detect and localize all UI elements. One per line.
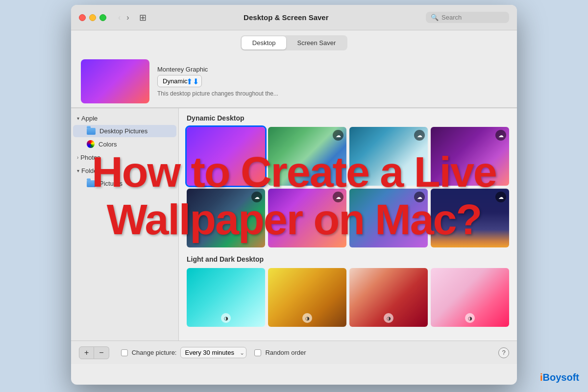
preview-description: This desktop picture changes throughout … xyxy=(157,90,507,97)
sidebar-group-photos-label: Photos xyxy=(80,154,100,161)
preview-label: Monterey Graphic xyxy=(157,66,507,73)
close-button[interactable] xyxy=(79,14,86,21)
sidebar-section-apple: ▾ Apple Desktop Pictures Colors xyxy=(71,112,178,150)
chevron-down-icon: ▾ xyxy=(77,116,79,121)
wallpaper-item-7[interactable]: ☁ xyxy=(349,189,428,247)
sidebar-item-desktop-pictures[interactable]: Desktop Pictures xyxy=(73,125,176,137)
tabs-row: Desktop Screen Saver xyxy=(71,30,517,54)
tab-screen-saver[interactable]: Screen Saver xyxy=(286,36,346,49)
cloud-download-icon-3: ☁ xyxy=(495,130,506,141)
random-order-label: Random order xyxy=(265,349,306,356)
light-dark-toggle-icon-4: ◑ xyxy=(465,313,475,323)
sidebar-group-apple[interactable]: ▾ Apple xyxy=(71,112,178,124)
wallpaper-item-1[interactable] xyxy=(187,127,265,186)
interval-wrapper: Every 30 minutes Every hour Every day ⌄ xyxy=(180,347,246,358)
sidebar-item-desktop-pictures-label: Desktop Pictures xyxy=(99,127,147,135)
wallpaper-item-2[interactable]: ☁ xyxy=(268,127,346,186)
minimize-button[interactable] xyxy=(89,14,96,21)
change-picture-checkbox[interactable] xyxy=(121,349,128,356)
cloud-download-icon: ☁ xyxy=(333,130,343,141)
remove-button[interactable]: − xyxy=(94,346,109,359)
sidebar: ▾ Apple Desktop Pictures Colors › Photos xyxy=(71,108,179,341)
search-input[interactable] xyxy=(441,14,505,21)
wallpaper-item-4[interactable]: ☁ xyxy=(431,127,509,186)
light-dark-toggle-icon-1: ◑ xyxy=(221,313,231,323)
change-picture-label: Change picture: xyxy=(132,349,177,356)
chevron-right-icon: › xyxy=(77,155,78,160)
light-dark-section-title: Light and Dark Desktop xyxy=(187,255,509,263)
wallpaper-item-ld4[interactable]: ◑ xyxy=(431,268,509,327)
sidebar-item-colors-label: Colors xyxy=(98,141,117,148)
mode-dropdown-wrapper: Dynamic Light Dark ⬆⬇ xyxy=(157,75,202,87)
back-button[interactable]: ‹ xyxy=(116,12,122,23)
sidebar-item-colors[interactable]: Colors xyxy=(73,138,176,150)
colors-icon xyxy=(87,140,95,148)
preview-controls: Monterey Graphic Dynamic Light Dark ⬆⬇ T… xyxy=(157,66,507,97)
cloud-download-icon-2: ☁ xyxy=(414,130,425,141)
random-order-row: Random order xyxy=(254,349,306,356)
maximize-button[interactable] xyxy=(99,14,106,21)
interval-dropdown[interactable]: Every 30 minutes Every hour Every day xyxy=(180,347,246,358)
folder-icon xyxy=(87,128,96,135)
light-dark-wallpaper-grid: ◑ ◑ ◑ ◑ xyxy=(187,268,509,327)
nav-arrows: ‹ › xyxy=(116,12,131,23)
light-dark-toggle-icon-3: ◑ xyxy=(384,313,393,323)
dynamic-section-title: Dynamic Desktop xyxy=(187,114,509,122)
mode-dropdown[interactable]: Dynamic Light Dark xyxy=(157,75,202,87)
sidebar-item-pictures[interactable]: Pictures xyxy=(73,177,176,190)
sidebar-group-folders[interactable]: ▾ Folders xyxy=(71,165,178,177)
light-dark-toggle-icon-2: ◑ xyxy=(302,313,312,323)
preview-section: Monterey Graphic Dynamic Light Dark ⬆⬇ T… xyxy=(71,54,517,108)
brand-suffix: Boysoft xyxy=(543,372,579,383)
wallpaper-section: Dynamic Desktop ☁ ☁ ☁ ☁ ☁ xyxy=(179,108,517,341)
random-order-checkbox[interactable] xyxy=(254,349,261,356)
sidebar-section-folders: ▾ Folders Pictures xyxy=(71,165,178,190)
search-bar: 🔍 xyxy=(426,12,509,23)
sidebar-item-pictures-label: Pictures xyxy=(99,180,122,187)
main-window: ‹ › ⊞ Desktop & Screen Saver 🔍 Desktop S… xyxy=(71,5,517,385)
change-picture-row: Change picture: Every 30 minutes Every h… xyxy=(121,347,247,358)
wallpaper-item-5[interactable]: ☁ xyxy=(187,189,265,247)
tab-desktop[interactable]: Desktop xyxy=(242,36,287,49)
chevron-down-icon-2: ▾ xyxy=(77,168,79,173)
help-button[interactable]: ? xyxy=(498,347,509,358)
search-icon: 🔍 xyxy=(431,14,439,21)
sidebar-group-apple-label: Apple xyxy=(81,115,98,122)
add-button[interactable]: + xyxy=(79,346,94,359)
main-body: ▾ Apple Desktop Pictures Colors › Photos xyxy=(71,108,517,341)
bottom-bar: + − Change picture: Every 30 minutes Eve… xyxy=(71,341,517,364)
cloud-download-icon-4: ☁ xyxy=(251,192,262,202)
wallpaper-item-ld3[interactable]: ◑ xyxy=(349,268,428,327)
wallpaper-item-3[interactable]: ☁ xyxy=(349,127,428,186)
sidebar-group-folders-label: Folders xyxy=(81,167,102,174)
wallpaper-preview-thumb xyxy=(81,59,149,103)
brand-logo: iBoysoft xyxy=(540,372,579,383)
window-title: Desktop & Screen Saver xyxy=(152,13,420,22)
wallpaper-item-6[interactable]: ☁ xyxy=(268,189,346,247)
traffic-lights xyxy=(79,14,106,21)
dynamic-wallpaper-grid: ☁ ☁ ☁ ☁ ☁ ☁ ☁ xyxy=(187,127,509,247)
sidebar-section-photos: › Photos xyxy=(71,151,178,164)
tabs-container: Desktop Screen Saver xyxy=(241,35,347,50)
cloud-download-icon-7: ☁ xyxy=(495,192,506,202)
dropdown-row: Dynamic Light Dark ⬆⬇ xyxy=(157,75,507,87)
add-remove-buttons: + − xyxy=(79,346,109,359)
wallpaper-item-ld2[interactable]: ◑ xyxy=(268,268,346,327)
forward-button[interactable]: › xyxy=(124,12,131,23)
folder-icon-2 xyxy=(87,180,96,187)
sidebar-group-photos[interactable]: › Photos xyxy=(71,151,178,164)
wallpaper-item-ld1[interactable]: ◑ xyxy=(187,268,265,327)
cloud-download-icon-5: ☁ xyxy=(333,192,343,202)
cloud-download-icon-6: ☁ xyxy=(414,192,425,202)
wallpaper-item-8[interactable]: ☁ xyxy=(431,189,509,247)
titlebar: ‹ › ⊞ Desktop & Screen Saver 🔍 xyxy=(71,5,517,30)
grid-icon[interactable]: ⊞ xyxy=(139,12,147,23)
